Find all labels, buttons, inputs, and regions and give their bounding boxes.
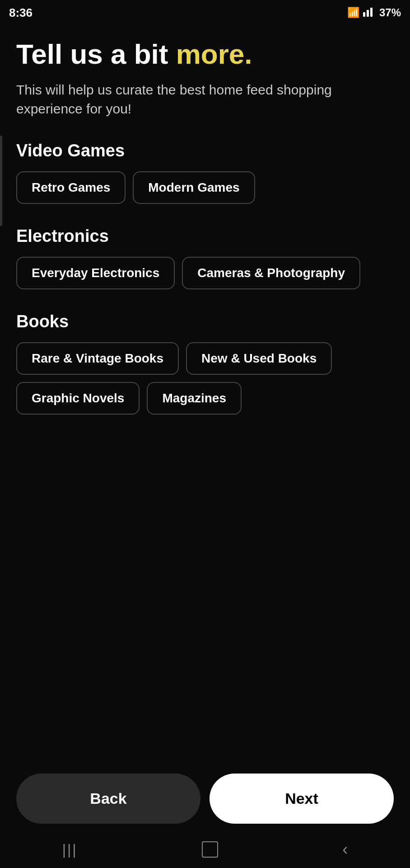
- chip-graphic-novels[interactable]: Graphic Novels: [16, 382, 140, 415]
- scroll-indicator: [0, 136, 2, 226]
- books-chips: Rare & Vintage Books New & Used Books Gr…: [16, 342, 394, 415]
- next-button[interactable]: Next: [210, 774, 394, 824]
- recent-apps-icon[interactable]: |||: [62, 841, 78, 858]
- back-nav-icon[interactable]: ‹: [342, 840, 348, 859]
- electronics-chips: Everyday Electronics Cameras & Photograp…: [16, 257, 394, 289]
- page-heading: Tell us a bit more.: [16, 39, 394, 70]
- chip-new-used-books[interactable]: New & Used Books: [186, 342, 332, 375]
- status-time: 8:36: [9, 6, 33, 20]
- section-title-books: Books: [16, 312, 394, 331]
- section-title-electronics: Electronics: [16, 226, 394, 246]
- chip-rare-vintage-books[interactable]: Rare & Vintage Books: [16, 342, 179, 375]
- bluetooth-icon: 📶: [347, 7, 359, 19]
- bottom-area: Back Next ||| ‹: [0, 763, 410, 868]
- back-button[interactable]: Back: [16, 774, 200, 824]
- home-icon[interactable]: [202, 841, 218, 858]
- action-buttons: Back Next: [0, 763, 410, 833]
- page-subtitle: This will help us curate the best home f…: [16, 80, 394, 118]
- section-electronics: Electronics Everyday Electronics Cameras…: [16, 226, 394, 289]
- chip-retro-games[interactable]: Retro Games: [16, 171, 126, 204]
- chip-modern-games[interactable]: Modern Games: [133, 171, 255, 204]
- svg-rect-1: [367, 10, 369, 17]
- battery-text: 37%: [379, 6, 401, 19]
- signal-icon: [363, 6, 376, 19]
- chip-everyday-electronics[interactable]: Everyday Electronics: [16, 257, 175, 289]
- heading-highlight: more.: [176, 38, 252, 70]
- android-nav-bar: ||| ‹: [0, 833, 410, 868]
- status-icons-group: 📶 37%: [347, 6, 401, 19]
- main-content: Tell us a bit more. This will help us cu…: [0, 25, 410, 528]
- status-bar: 8:36 📶 37%: [0, 0, 410, 25]
- chip-cameras-photography[interactable]: Cameras & Photography: [182, 257, 360, 289]
- heading-normal: Tell us a bit: [16, 38, 176, 70]
- chip-magazines[interactable]: Magazines: [147, 382, 242, 415]
- svg-rect-0: [363, 12, 365, 17]
- section-books: Books Rare & Vintage Books New & Used Bo…: [16, 312, 394, 415]
- section-video-games: Video Games Retro Games Modern Games: [16, 141, 394, 204]
- video-games-chips: Retro Games Modern Games: [16, 171, 394, 204]
- svg-rect-2: [370, 8, 373, 17]
- section-title-video-games: Video Games: [16, 141, 394, 160]
